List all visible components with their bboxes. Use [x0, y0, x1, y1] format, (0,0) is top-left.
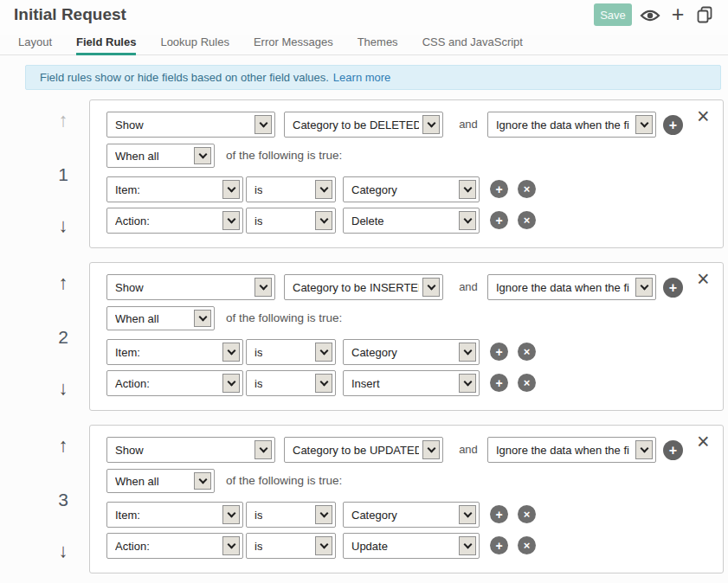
- data-handling-select[interactable]: Ignore the data when the fi: [487, 112, 656, 138]
- condition-operator-value: is: [254, 183, 262, 196]
- remove-condition-button[interactable]: ×: [518, 343, 536, 361]
- tab-themes[interactable]: Themes: [358, 35, 398, 55]
- condition-field-select[interactable]: Item:: [106, 502, 243, 528]
- condition-field-select[interactable]: Action:: [106, 370, 243, 396]
- save-button[interactable]: Save: [594, 3, 632, 26]
- condition-operator-value: is: [254, 215, 262, 227]
- remove-condition-button[interactable]: ×: [518, 536, 536, 554]
- condition-operator-select[interactable]: is: [246, 176, 336, 202]
- chevron-down-icon: [422, 115, 440, 134]
- chevron-down-icon: [194, 147, 211, 164]
- target-field-select-value: Category to be DELETED:: [293, 119, 419, 131]
- data-handling-select[interactable]: Ignore the data when the fi: [487, 274, 656, 300]
- match-type-select[interactable]: When all: [106, 144, 215, 168]
- match-type-select[interactable]: When all: [106, 306, 215, 330]
- condition-field-value: Action:: [115, 540, 150, 553]
- chevron-down-icon: [315, 211, 332, 230]
- match-type-select-value: When all: [115, 312, 159, 325]
- chevron-down-icon: [459, 505, 476, 524]
- data-handling-select[interactable]: Ignore the data when the fi: [487, 437, 656, 463]
- rule-card: Show Category to be DELETED: and Ignore …: [89, 99, 724, 248]
- remove-condition-button[interactable]: ×: [518, 211, 536, 229]
- add-condition-button[interactable]: +: [490, 211, 508, 229]
- match-suffix-label: of the following is true:: [226, 469, 342, 493]
- condition-value-select[interactable]: Update: [343, 533, 480, 559]
- visibility-select-value: Show: [115, 281, 144, 294]
- delete-rule-button[interactable]: ×: [697, 431, 710, 452]
- condition-value-value: Category: [351, 509, 397, 522]
- and-label: and: [449, 112, 487, 138]
- condition-field-select[interactable]: Action:: [106, 533, 243, 559]
- move-rule-up-button[interactable]: ↑: [48, 273, 79, 292]
- condition-operator-value: is: [254, 509, 262, 522]
- add-condition-button[interactable]: +: [490, 343, 508, 361]
- match-suffix-label: of the following is true:: [226, 144, 342, 168]
- copy-icon[interactable]: [695, 5, 714, 28]
- page-title: Initial Request: [14, 5, 126, 24]
- target-field-select-value: Category to be INSERTED: [293, 281, 419, 294]
- add-condition-button[interactable]: +: [490, 536, 508, 554]
- condition-operator-select[interactable]: is: [246, 208, 336, 234]
- add-icon[interactable]: +: [668, 2, 687, 26]
- tab-field-rules[interactable]: Field Rules: [76, 35, 136, 55]
- learn-more-link[interactable]: Learn more: [333, 71, 390, 84]
- rule-card: Show Category to be UPDATED: and Ignore …: [89, 425, 724, 573]
- move-rule-down-button[interactable]: ↓: [48, 216, 79, 235]
- condition-value-select[interactable]: Delete: [343, 208, 480, 234]
- add-condition-button[interactable]: +: [490, 180, 508, 198]
- condition-operator-select[interactable]: is: [246, 339, 336, 365]
- visibility-select-value: Show: [115, 444, 144, 457]
- remove-condition-button[interactable]: ×: [518, 180, 536, 198]
- condition-field-select[interactable]: Item:: [106, 176, 243, 202]
- field-rules-page: Initial Request Save + Layout Field Rule…: [0, 0, 728, 583]
- target-field-select-value: Category to be UPDATED:: [293, 444, 419, 457]
- tab-error-messages[interactable]: Error Messages: [254, 35, 333, 55]
- delete-rule-button[interactable]: ×: [697, 268, 710, 290]
- target-field-select[interactable]: Category to be INSERTED: [284, 274, 443, 300]
- target-field-select[interactable]: Category to be DELETED:: [284, 112, 443, 138]
- chevron-down-icon: [635, 440, 653, 459]
- condition-value-select[interactable]: Category: [343, 502, 480, 528]
- condition-value-select[interactable]: Category: [343, 339, 480, 365]
- condition-value-value: Category: [351, 346, 397, 359]
- condition-field-select[interactable]: Action:: [106, 208, 243, 234]
- add-condition-button[interactable]: +: [490, 505, 508, 523]
- add-target-button[interactable]: +: [663, 278, 683, 298]
- visibility-select[interactable]: Show: [106, 274, 275, 300]
- chevron-down-icon: [459, 180, 476, 199]
- condition-value-select[interactable]: Category: [343, 176, 480, 202]
- chevron-down-icon: [315, 505, 332, 524]
- chevron-down-icon: [222, 343, 240, 362]
- target-field-select[interactable]: Category to be UPDATED:: [284, 437, 443, 463]
- chevron-down-icon: [254, 278, 272, 297]
- move-rule-down-button[interactable]: ↓: [48, 379, 79, 398]
- condition-operator-select[interactable]: is: [246, 533, 336, 559]
- remove-condition-button[interactable]: ×: [518, 505, 536, 523]
- match-type-select-value: When all: [115, 150, 159, 163]
- visibility-select-value: Show: [115, 119, 144, 131]
- remove-condition-button[interactable]: ×: [518, 374, 536, 392]
- tab-css-and-javascript[interactable]: CSS and JavaScript: [422, 35, 523, 55]
- tab-layout[interactable]: Layout: [18, 35, 52, 55]
- condition-field-value: Item:: [115, 509, 140, 522]
- chevron-down-icon: [459, 536, 476, 555]
- move-rule-down-button[interactable]: ↓: [48, 541, 79, 561]
- visibility-select[interactable]: Show: [106, 437, 275, 463]
- move-rule-up-button[interactable]: ↑: [48, 436, 79, 455]
- move-rule-up-button[interactable]: ↑: [48, 111, 79, 130]
- condition-operator-select[interactable]: is: [246, 370, 336, 396]
- data-handling-select-value: Ignore the data when the fi: [496, 281, 629, 294]
- match-type-select[interactable]: When all: [106, 469, 215, 493]
- condition-operator-select[interactable]: is: [246, 502, 336, 528]
- add-condition-button[interactable]: +: [490, 374, 508, 392]
- tab-lookup-rules[interactable]: Lookup Rules: [160, 35, 229, 55]
- visibility-select[interactable]: Show: [106, 112, 275, 138]
- add-target-button[interactable]: +: [663, 440, 683, 460]
- and-label: and: [449, 437, 487, 463]
- add-target-button[interactable]: +: [663, 115, 683, 135]
- delete-rule-button[interactable]: ×: [697, 106, 710, 127]
- condition-value-select[interactable]: Insert: [343, 370, 480, 396]
- condition-value-value: Category: [351, 183, 397, 196]
- preview-eye-icon[interactable]: [640, 9, 660, 26]
- condition-field-select[interactable]: Item:: [106, 339, 243, 365]
